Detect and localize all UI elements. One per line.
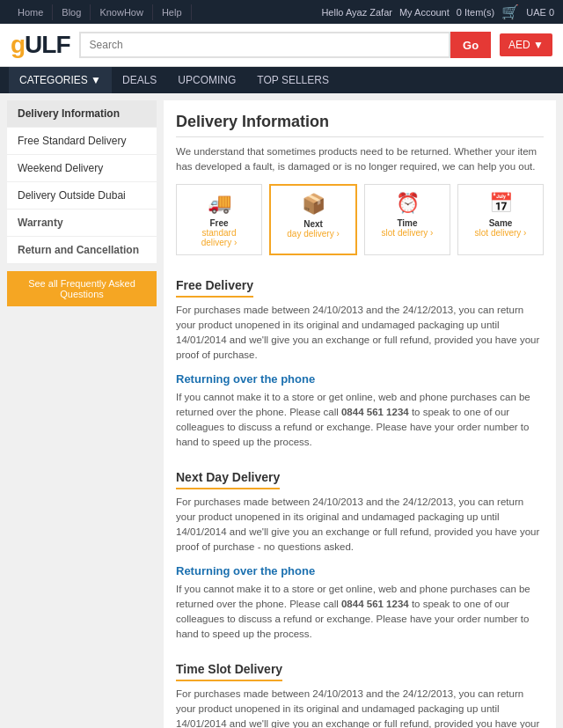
free-delivery-icon: 🚚 xyxy=(186,192,252,215)
sidebar: Delivery Information Free Standard Deliv… xyxy=(7,100,157,728)
next-delivery-sublabel: day delivery › xyxy=(280,229,347,239)
same-delivery-label: Same xyxy=(467,218,534,228)
main-layout: Delivery Information Free Standard Deliv… xyxy=(0,93,563,728)
time-delivery-sublabel: slot delivery › xyxy=(374,228,441,238)
nav-knowhow[interactable]: KnowHow xyxy=(91,4,153,20)
nav-home[interactable]: Home xyxy=(9,4,53,20)
section-free-phone-heading: Returning over the phone xyxy=(176,372,544,386)
sidebar-item-free-standard[interactable]: Free Standard Delivery xyxy=(7,128,157,155)
cat-nav-categories[interactable]: CATEGORIES ▼ xyxy=(9,67,112,93)
delivery-next-box[interactable]: 📦 Next day delivery › xyxy=(269,184,357,255)
cart-count: 0 Item(s) xyxy=(457,7,494,18)
top-bar: Home Blog KnowHow Help Hello Ayaz Zafar … xyxy=(0,0,563,24)
cat-nav-topsellers[interactable]: TOP SELLERS xyxy=(246,67,340,93)
sidebar-section-warranty: Warranty xyxy=(7,210,157,237)
content-area: Delivery Information We understand that … xyxy=(164,100,556,728)
category-nav: CATEGORIES ▼ DEALS UPCOMING TOP SELLERS xyxy=(0,67,563,93)
delivery-time-box[interactable]: ⏰ Time slot delivery › xyxy=(364,184,450,255)
my-account-link[interactable]: My Account xyxy=(399,7,450,18)
sidebar-item-outside-dubai[interactable]: Delivery Outside Dubai xyxy=(7,182,157,210)
top-bar-right: Hello Ayaz Zafar My Account 0 Item(s) 🛒 … xyxy=(321,4,554,20)
next-delivery-icon: 📦 xyxy=(280,193,347,216)
time-delivery-label: Time xyxy=(374,218,441,228)
page-title: Delivery Information xyxy=(176,113,544,137)
nav-help[interactable]: Help xyxy=(153,4,192,20)
time-delivery-icon: ⏰ xyxy=(374,192,441,215)
section-free-delivery-body: For purchases made between 24/10/2013 an… xyxy=(176,303,544,364)
nav-blog[interactable]: Blog xyxy=(53,4,91,20)
free-delivery-label: Free xyxy=(186,218,252,228)
logo-rest: ULF xyxy=(25,31,69,58)
sidebar-section-return: Return and Cancellation xyxy=(7,237,157,264)
section-time-delivery-heading: Time Slot Delivery xyxy=(176,662,282,681)
sidebar-item-delivery-info[interactable]: Delivery Information xyxy=(7,100,157,128)
user-greeting: Hello Ayaz Zafar xyxy=(321,7,392,18)
currency-button[interactable]: AED ▼ xyxy=(500,33,552,56)
cart-value: UAE 0 xyxy=(526,7,554,18)
header: gULF Go AED ▼ xyxy=(0,24,563,67)
delivery-free-box[interactable]: 🚚 Free standard delivery › xyxy=(176,184,262,255)
section-free-delivery-heading: Free Delivery xyxy=(176,278,253,298)
cat-nav-deals[interactable]: DEALS xyxy=(112,67,167,93)
logo-g: g xyxy=(11,31,25,58)
section-time-delivery-body: For purchases made between 24/10/2013 an… xyxy=(176,687,544,729)
section-next-delivery-heading: Next Day Delivery xyxy=(176,470,280,489)
next-delivery-label: Next xyxy=(280,219,347,229)
faq-button[interactable]: See all Frequently Asked Questions xyxy=(7,271,157,306)
same-delivery-icon: 📅 xyxy=(467,192,534,215)
search-input[interactable] xyxy=(79,32,451,58)
intro-text: We understand that sometimes products ne… xyxy=(176,144,544,175)
cat-nav-upcoming[interactable]: UPCOMING xyxy=(167,67,246,93)
same-delivery-sublabel: slot delivery › xyxy=(467,228,534,238)
free-delivery-sublabel: standard delivery › xyxy=(186,228,252,247)
logo: gULF xyxy=(11,31,70,59)
section-next-phone-body: If you cannot make it to a store or get … xyxy=(176,582,544,643)
top-bar-links: Home Blog KnowHow Help xyxy=(9,4,192,20)
search-bar: Go xyxy=(79,32,492,58)
section-next-delivery-body: For purchases made between 24/10/2013 an… xyxy=(176,495,544,555)
sidebar-item-weekend[interactable]: Weekend Delivery xyxy=(7,155,157,182)
section-next-phone-heading: Returning over the phone xyxy=(176,564,544,577)
search-button[interactable]: Go xyxy=(450,32,491,58)
section-free-phone-body: If you cannot make it to a store or get … xyxy=(176,390,544,451)
delivery-same-box[interactable]: 📅 Same slot delivery › xyxy=(457,184,544,255)
delivery-icons-row: 🚚 Free standard delivery › 📦 Next day de… xyxy=(176,184,544,255)
cart-icon[interactable]: 🛒 xyxy=(501,4,519,20)
